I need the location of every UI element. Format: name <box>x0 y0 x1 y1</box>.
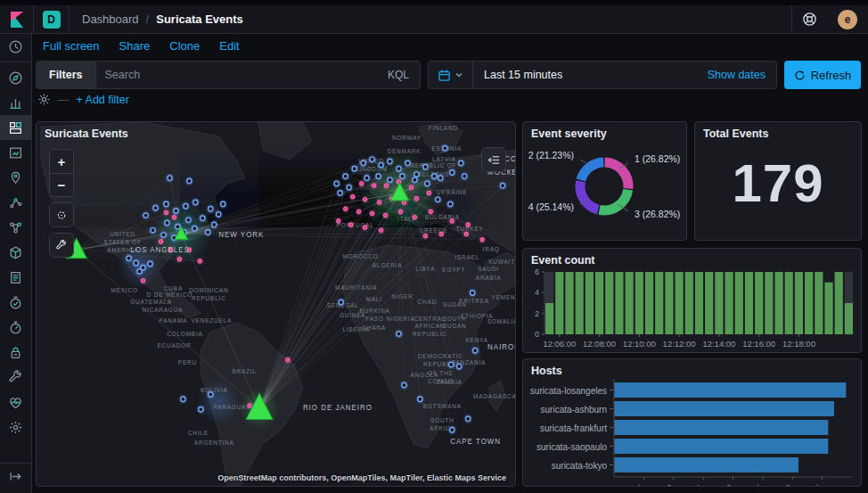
space-switcher[interactable]: D <box>34 5 70 33</box>
sidebar-item-dev-tools[interactable] <box>0 365 32 390</box>
count-bar[interactable] <box>555 272 563 334</box>
count-bar[interactable] <box>685 272 693 334</box>
sidebar-item-maps[interactable] <box>0 165 32 190</box>
count-bar[interactable] <box>655 272 663 334</box>
map-point-blue <box>361 160 365 165</box>
world-map[interactable]: FINLANDNORWAYESTONIALATVIADENMARKREPUBLI… <box>37 122 515 486</box>
add-filter-button[interactable]: + Add filter <box>77 94 129 106</box>
map-label: ERITREA <box>459 298 489 304</box>
map-label: PANAMA <box>160 317 188 324</box>
map-tools-button[interactable] <box>50 234 73 257</box>
refresh-button[interactable]: Refresh <box>784 61 861 89</box>
map-point-blue <box>473 349 478 353</box>
count-bar[interactable] <box>715 272 723 334</box>
count-bar[interactable] <box>665 272 673 334</box>
sidebar-item-machine-learning[interactable] <box>0 190 32 215</box>
count-bar[interactable] <box>615 272 623 334</box>
count-bar[interactable] <box>795 272 803 334</box>
count-bar[interactable] <box>645 272 653 334</box>
sidebar-item-canvas[interactable] <box>0 140 32 165</box>
count-bar[interactable] <box>626 272 634 334</box>
severity-slice-3[interactable] <box>600 190 628 210</box>
hosts-bar[interactable] <box>614 420 828 435</box>
map-legend-toggle[interactable] <box>481 147 506 172</box>
count-bar[interactable] <box>585 272 594 334</box>
show-dates-button[interactable]: Show dates <box>697 69 776 81</box>
count-bar[interactable] <box>576 272 584 334</box>
severity-slice-1[interactable] <box>605 162 628 188</box>
count-bar[interactable] <box>725 272 733 334</box>
menu-item-full-screen[interactable]: Full screen <box>43 39 100 53</box>
count-bar[interactable] <box>545 303 553 334</box>
menu-item-edit[interactable]: Edit <box>219 39 239 53</box>
count-bar[interactable] <box>815 272 823 334</box>
sidebar-item-dashboard[interactable] <box>0 115 32 140</box>
filter-options-button[interactable] <box>37 93 51 106</box>
map-point-blue <box>450 170 454 175</box>
severity-slice-2[interactable] <box>581 162 603 180</box>
map-point-blue <box>206 230 210 234</box>
help-icon <box>802 12 817 27</box>
map-label: PARAGUAY <box>214 404 250 410</box>
map-point-blue <box>153 206 158 210</box>
count-bar[interactable] <box>745 272 753 334</box>
menu-item-clone[interactable]: Clone <box>169 39 200 53</box>
count-bar[interactable] <box>605 272 613 334</box>
sidebar-item-siem[interactable] <box>0 340 32 365</box>
map-label: ARABIA <box>476 275 501 281</box>
sidebar-item-management[interactable] <box>0 415 32 440</box>
count-bar[interactable] <box>835 272 843 334</box>
count-bar[interactable] <box>676 272 684 334</box>
count-bar[interactable] <box>695 272 703 334</box>
sidebar-item-graph[interactable] <box>0 215 32 240</box>
kibana-logo-icon[interactable] <box>0 5 34 33</box>
hosts-bar[interactable] <box>614 439 828 454</box>
severity-slice-4[interactable] <box>580 181 598 210</box>
kql-toggle[interactable]: KQL <box>377 69 420 81</box>
hosts-category-label: suricata-saopaulo <box>536 442 607 452</box>
calendar-button[interactable] <box>429 62 473 88</box>
count-bar[interactable] <box>735 272 743 334</box>
count-bar[interactable] <box>705 272 713 334</box>
count-bar[interactable] <box>755 272 763 334</box>
count-bar[interactable] <box>774 272 782 334</box>
search-input[interactable] <box>96 69 377 81</box>
collapse-icon <box>8 469 23 484</box>
map-attribution[interactable]: OpenStreetMap contributors, OpenMapTiles… <box>217 473 506 482</box>
count-bar[interactable] <box>845 303 853 334</box>
count-bar[interactable] <box>565 272 573 334</box>
count-bar[interactable] <box>595 272 603 334</box>
count-bar[interactable] <box>785 272 793 334</box>
sidebar-item-metrics[interactable] <box>0 240 32 265</box>
count-bar[interactable] <box>765 272 773 334</box>
count-bar[interactable] <box>824 283 832 334</box>
hosts-bar[interactable] <box>614 457 798 472</box>
filters-button[interactable]: Filters <box>37 62 96 88</box>
sidebar-item-visualize[interactable] <box>0 90 32 115</box>
sidebar-item-stack-monitoring[interactable] <box>0 390 32 415</box>
sidebar-item-uptime[interactable] <box>0 290 32 315</box>
help-button[interactable] <box>791 5 827 33</box>
hosts-bar[interactable] <box>614 382 846 398</box>
map-zoom-in-button[interactable]: + <box>50 150 73 173</box>
map-zoom-out-button[interactable]: − <box>50 173 73 196</box>
map-label: KENYA <box>465 337 487 343</box>
count-bar[interactable] <box>805 272 813 334</box>
sidebar-item-discover[interactable] <box>0 65 32 90</box>
map-point-blue <box>459 160 463 165</box>
sidebar-collapse-button[interactable] <box>0 463 32 489</box>
severity-label: 4 (25.14%) <box>528 201 574 212</box>
map-point-blue <box>418 397 422 401</box>
calendar-icon <box>438 69 451 82</box>
sidebar-item-recently-viewed[interactable] <box>0 34 32 59</box>
breadcrumb-dashboard[interactable]: Dashboard <box>82 12 139 26</box>
user-menu-button[interactable]: e <box>827 5 868 33</box>
hosts-bar[interactable] <box>614 401 834 416</box>
map-label: KUWAIT <box>488 259 515 265</box>
map-set-view-button[interactable] <box>50 203 73 226</box>
sidebar-item-logs[interactable] <box>0 265 32 290</box>
menu-item-share[interactable]: Share <box>119 39 151 53</box>
time-range-display[interactable]: Last 15 minutes <box>473 69 697 81</box>
count-bar[interactable] <box>635 272 643 334</box>
sidebar-item-apm[interactable] <box>0 315 32 340</box>
